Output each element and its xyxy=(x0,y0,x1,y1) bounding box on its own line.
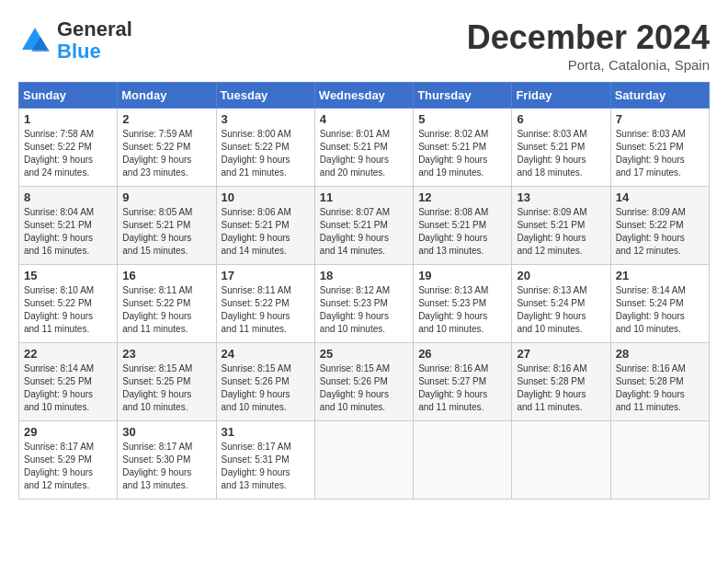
calendar-cell: 21Sunrise: 8:14 AM Sunset: 5:24 PM Dayli… xyxy=(610,265,709,343)
calendar-cell: 29Sunrise: 8:17 AM Sunset: 5:29 PM Dayli… xyxy=(19,421,118,500)
day-detail: Sunrise: 8:09 AM Sunset: 5:21 PM Dayligh… xyxy=(517,206,605,258)
calendar-cell: 8Sunrise: 8:04 AM Sunset: 5:21 PM Daylig… xyxy=(19,187,118,265)
day-number: 30 xyxy=(122,425,210,439)
calendar-cell: 25Sunrise: 8:15 AM Sunset: 5:26 PM Dayli… xyxy=(314,343,413,421)
day-number: 24 xyxy=(222,347,310,361)
day-detail: Sunrise: 8:06 AM Sunset: 5:21 PM Dayligh… xyxy=(222,206,310,258)
day-detail: Sunrise: 8:16 AM Sunset: 5:28 PM Dayligh… xyxy=(616,362,704,414)
column-header-sunday: Sunday xyxy=(19,83,118,109)
calendar-header-row: SundayMondayTuesdayWednesdayThursdayFrid… xyxy=(19,83,710,109)
calendar-cell: 13Sunrise: 8:09 AM Sunset: 5:21 PM Dayli… xyxy=(512,187,610,265)
calendar-table: SundayMondayTuesdayWednesdayThursdayFrid… xyxy=(18,82,710,500)
day-number: 22 xyxy=(24,347,112,361)
day-number: 7 xyxy=(616,112,704,126)
day-detail: Sunrise: 8:13 AM Sunset: 5:24 PM Dayligh… xyxy=(517,284,605,336)
day-detail: Sunrise: 8:02 AM Sunset: 5:21 PM Dayligh… xyxy=(418,128,506,179)
day-detail: Sunrise: 8:16 AM Sunset: 5:27 PM Dayligh… xyxy=(418,362,506,414)
calendar-cell xyxy=(610,421,709,500)
logo-icon xyxy=(18,24,51,57)
day-number: 18 xyxy=(320,269,408,282)
day-number: 1 xyxy=(24,112,112,126)
day-number: 14 xyxy=(616,190,704,204)
day-detail: Sunrise: 8:17 AM Sunset: 5:29 PM Dayligh… xyxy=(24,441,112,492)
calendar-cell: 4Sunrise: 8:01 AM Sunset: 5:21 PM Daylig… xyxy=(314,109,413,187)
calendar-cell: 23Sunrise: 8:15 AM Sunset: 5:25 PM Dayli… xyxy=(118,343,216,421)
column-header-thursday: Thursday xyxy=(414,83,512,109)
logo-blue-text: Blue xyxy=(57,40,101,63)
day-number: 3 xyxy=(222,112,310,126)
day-detail: Sunrise: 8:16 AM Sunset: 5:28 PM Dayligh… xyxy=(517,362,605,414)
page-header: General Blue December 2024 Porta, Catalo… xyxy=(18,18,710,73)
calendar-cell: 10Sunrise: 8:06 AM Sunset: 5:21 PM Dayli… xyxy=(216,187,314,265)
day-detail: Sunrise: 8:09 AM Sunset: 5:22 PM Dayligh… xyxy=(616,206,704,258)
calendar-cell: 3Sunrise: 8:00 AM Sunset: 5:22 PM Daylig… xyxy=(216,109,314,187)
column-header-saturday: Saturday xyxy=(610,83,709,109)
day-number: 17 xyxy=(222,269,310,282)
calendar-week-row: 29Sunrise: 8:17 AM Sunset: 5:29 PM Dayli… xyxy=(19,421,710,500)
calendar-cell: 6Sunrise: 8:03 AM Sunset: 5:21 PM Daylig… xyxy=(512,109,610,187)
calendar-cell: 16Sunrise: 8:11 AM Sunset: 5:22 PM Dayli… xyxy=(118,265,216,343)
day-detail: Sunrise: 8:10 AM Sunset: 5:22 PM Dayligh… xyxy=(24,284,112,336)
calendar-cell: 18Sunrise: 8:12 AM Sunset: 5:23 PM Dayli… xyxy=(314,265,413,343)
day-detail: Sunrise: 7:59 AM Sunset: 5:22 PM Dayligh… xyxy=(122,128,210,179)
day-detail: Sunrise: 8:17 AM Sunset: 5:30 PM Dayligh… xyxy=(122,441,210,492)
day-number: 15 xyxy=(24,269,112,282)
day-detail: Sunrise: 8:14 AM Sunset: 5:24 PM Dayligh… xyxy=(616,284,704,336)
day-detail: Sunrise: 8:17 AM Sunset: 5:31 PM Dayligh… xyxy=(222,441,310,492)
day-detail: Sunrise: 8:04 AM Sunset: 5:21 PM Dayligh… xyxy=(24,206,112,258)
day-detail: Sunrise: 7:58 AM Sunset: 5:22 PM Dayligh… xyxy=(24,128,112,179)
logo: General Blue xyxy=(18,18,132,63)
day-number: 16 xyxy=(122,269,210,282)
column-header-tuesday: Tuesday xyxy=(216,83,314,109)
calendar-cell: 14Sunrise: 8:09 AM Sunset: 5:22 PM Dayli… xyxy=(610,187,709,265)
calendar-cell: 9Sunrise: 8:05 AM Sunset: 5:21 PM Daylig… xyxy=(118,187,216,265)
day-detail: Sunrise: 8:01 AM Sunset: 5:21 PM Dayligh… xyxy=(320,128,408,179)
calendar-cell xyxy=(314,421,413,500)
day-detail: Sunrise: 8:13 AM Sunset: 5:23 PM Dayligh… xyxy=(418,284,506,336)
day-detail: Sunrise: 8:14 AM Sunset: 5:25 PM Dayligh… xyxy=(24,362,112,414)
calendar-cell: 11Sunrise: 8:07 AM Sunset: 5:21 PM Dayli… xyxy=(314,187,413,265)
day-number: 10 xyxy=(222,190,310,204)
column-header-friday: Friday xyxy=(512,83,610,109)
day-detail: Sunrise: 8:05 AM Sunset: 5:21 PM Dayligh… xyxy=(122,206,210,258)
day-detail: Sunrise: 8:15 AM Sunset: 5:26 PM Dayligh… xyxy=(222,362,310,414)
calendar-cell: 24Sunrise: 8:15 AM Sunset: 5:26 PM Dayli… xyxy=(216,343,314,421)
day-detail: Sunrise: 8:12 AM Sunset: 5:23 PM Dayligh… xyxy=(320,284,408,336)
calendar-cell: 12Sunrise: 8:08 AM Sunset: 5:21 PM Dayli… xyxy=(414,187,512,265)
day-number: 9 xyxy=(122,190,210,204)
day-number: 2 xyxy=(122,112,210,126)
calendar-cell: 7Sunrise: 8:03 AM Sunset: 5:21 PM Daylig… xyxy=(610,109,709,187)
calendar-cell: 15Sunrise: 8:10 AM Sunset: 5:22 PM Dayli… xyxy=(19,265,118,343)
day-detail: Sunrise: 8:03 AM Sunset: 5:21 PM Dayligh… xyxy=(517,128,605,179)
calendar-cell: 30Sunrise: 8:17 AM Sunset: 5:30 PM Dayli… xyxy=(118,421,216,500)
day-detail: Sunrise: 8:15 AM Sunset: 5:26 PM Dayligh… xyxy=(320,362,408,414)
column-header-monday: Monday xyxy=(118,83,216,109)
title-block: December 2024 Porta, Catalonia, Spain xyxy=(467,18,710,73)
calendar-week-row: 15Sunrise: 8:10 AM Sunset: 5:22 PM Dayli… xyxy=(19,265,710,343)
day-number: 8 xyxy=(24,190,112,204)
day-number: 19 xyxy=(418,269,506,282)
calendar-cell xyxy=(414,421,512,500)
day-number: 27 xyxy=(517,347,605,361)
day-number: 4 xyxy=(320,112,408,126)
day-detail: Sunrise: 8:15 AM Sunset: 5:25 PM Dayligh… xyxy=(122,362,210,414)
column-header-wednesday: Wednesday xyxy=(314,83,413,109)
day-number: 29 xyxy=(24,425,112,439)
day-number: 5 xyxy=(418,112,506,126)
day-number: 12 xyxy=(418,190,506,204)
calendar-week-row: 1Sunrise: 7:58 AM Sunset: 5:22 PM Daylig… xyxy=(19,109,710,187)
day-number: 20 xyxy=(517,269,605,282)
day-detail: Sunrise: 8:11 AM Sunset: 5:22 PM Dayligh… xyxy=(222,284,310,336)
day-detail: Sunrise: 8:07 AM Sunset: 5:21 PM Dayligh… xyxy=(320,206,408,258)
calendar-cell: 2Sunrise: 7:59 AM Sunset: 5:22 PM Daylig… xyxy=(118,109,216,187)
logo-general-text: General xyxy=(57,17,132,40)
calendar-cell: 28Sunrise: 8:16 AM Sunset: 5:28 PM Dayli… xyxy=(610,343,709,421)
day-number: 6 xyxy=(517,112,605,126)
calendar-cell: 27Sunrise: 8:16 AM Sunset: 5:28 PM Dayli… xyxy=(512,343,610,421)
day-detail: Sunrise: 8:08 AM Sunset: 5:21 PM Dayligh… xyxy=(418,206,506,258)
calendar-cell: 31Sunrise: 8:17 AM Sunset: 5:31 PM Dayli… xyxy=(216,421,314,500)
day-number: 13 xyxy=(517,190,605,204)
day-number: 28 xyxy=(616,347,704,361)
day-detail: Sunrise: 8:00 AM Sunset: 5:22 PM Dayligh… xyxy=(222,128,310,179)
day-number: 23 xyxy=(122,347,210,361)
